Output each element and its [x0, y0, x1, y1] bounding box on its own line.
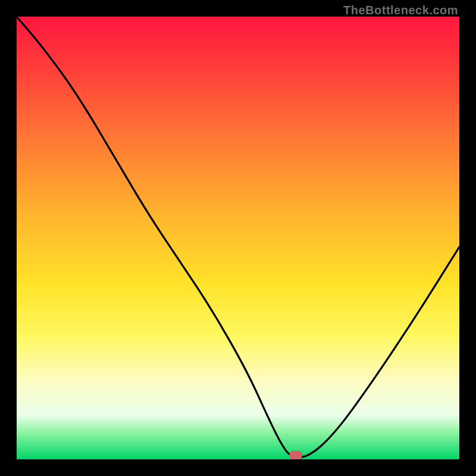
watermark-text: TheBottleneck.com — [343, 4, 458, 17]
optimal-marker — [289, 451, 302, 459]
chart-container: TheBottleneck.com — [0, 0, 476, 476]
plot-area — [17, 17, 459, 459]
